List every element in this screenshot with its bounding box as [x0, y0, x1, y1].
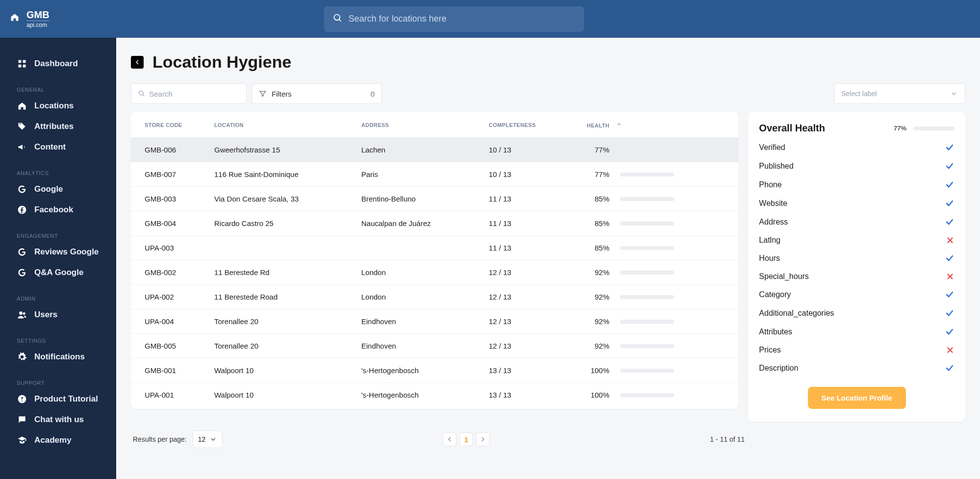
check-icon	[945, 180, 955, 190]
table-search-input[interactable]	[149, 90, 239, 98]
sidebar-item-notifications[interactable]: Notifications	[0, 347, 116, 367]
sidebar-item-label: Users	[34, 310, 57, 320]
users-icon	[17, 309, 27, 320]
cell-location: 11 Berestede Rd	[209, 260, 356, 285]
table-search[interactable]	[131, 83, 247, 104]
x-icon	[946, 236, 955, 245]
next-page-button[interactable]	[476, 432, 490, 446]
sidebar-section-label: ENGAGEMENT	[0, 233, 116, 242]
filters-button[interactable]: Filters 0	[251, 83, 382, 104]
sidebar-item-q-a-google[interactable]: Q&A Google	[0, 262, 116, 283]
cell-location: 11 Berestede Road	[209, 285, 356, 309]
sidebar-item-locations[interactable]: Locations	[0, 96, 116, 116]
sidebar-item-label: Academy	[34, 435, 72, 445]
health-item-label: Attributes	[759, 328, 792, 336]
table-row[interactable]: UPA-001 Walpoort 10 's-Hertogenbosch 13 …	[131, 383, 738, 407]
health-item: Description	[759, 363, 955, 373]
sidebar-item-reviews-google[interactable]: Reviews Google	[0, 242, 116, 262]
table-row[interactable]: GMB-003 Via Don Cesare Scala, 33 Brentin…	[131, 187, 738, 211]
health-bar	[620, 344, 674, 348]
select-label-dropdown[interactable]: Select label	[834, 83, 965, 104]
health-panel-title: Overall Health	[759, 123, 825, 134]
cell-address: London	[356, 260, 484, 285]
sidebar-item-content[interactable]: Content	[0, 137, 116, 157]
table-row[interactable]: GMB-001 Walpoort 10 's-Hertogenbosch 13 …	[131, 358, 738, 383]
cell-health: 100%	[582, 383, 738, 407]
global-search[interactable]	[324, 6, 584, 32]
results-per-page-select[interactable]: 12	[193, 430, 223, 448]
sidebar-item-dashboard[interactable]: Dashboard	[0, 53, 116, 74]
x-icon	[946, 346, 955, 354]
health-bar	[620, 320, 674, 324]
sidebar-item-academy[interactable]: Academy	[0, 430, 116, 451]
chat-icon	[17, 414, 27, 425]
table-row[interactable]: UPA-003 11 / 13 85%	[131, 236, 738, 260]
gear-icon	[17, 352, 27, 362]
global-search-input[interactable]	[349, 14, 575, 24]
table-row[interactable]: GMB-007 116 Rue Saint-Dominique Paris 10…	[131, 162, 738, 187]
check-icon	[945, 143, 955, 152]
cell-completeness: 13 / 13	[484, 383, 582, 407]
prev-page-button[interactable]	[443, 432, 456, 446]
sidebar-item-product-tutorial[interactable]: Product Tutorial	[0, 389, 116, 409]
search-icon	[138, 90, 145, 98]
sidebar-item-facebook[interactable]: Facebook	[0, 200, 116, 220]
table-row[interactable]: GMB-006 Gweerhofstrasse 15 Lachen 10 / 1…	[131, 138, 738, 162]
sidebar-item-label: Product Tutorial	[34, 394, 98, 404]
health-pct: 92%	[587, 268, 609, 277]
chevron-down-icon	[950, 90, 958, 98]
select-label-placeholder: Select label	[841, 90, 877, 98]
check-icon	[945, 290, 955, 300]
health-item-label: Verified	[759, 143, 785, 152]
health-pct: 85%	[587, 244, 609, 252]
cell-store-code: GMB-005	[131, 334, 209, 358]
table-row[interactable]: GMB-005 Torenallee 20 Eindhoven 12 / 13 …	[131, 334, 738, 358]
home-icon	[17, 101, 27, 111]
see-location-profile-button[interactable]: See Location Profile	[808, 387, 906, 409]
x-icon	[946, 272, 955, 281]
cell-address: London	[356, 285, 484, 309]
cell-store-code: GMB-007	[131, 162, 209, 187]
page-number-current[interactable]: 1	[459, 432, 473, 446]
table-row[interactable]: UPA-004 Torenallee 20 Eindhoven 12 / 13 …	[131, 309, 738, 334]
cell-address: Brentino-Belluno	[356, 187, 484, 211]
health-bar	[620, 295, 674, 299]
health-item-label: Phone	[759, 180, 781, 189]
cell-store-code: GMB-004	[131, 211, 209, 236]
sidebar-item-chat-with-us[interactable]: Chat with us	[0, 409, 116, 430]
table-row[interactable]: GMB-002 11 Berestede Rd London 12 / 13 9…	[131, 260, 738, 285]
table-row[interactable]: GMB-004 Ricardo Castro 25 Naucalpan de J…	[131, 211, 738, 236]
cell-address: Lachen	[356, 138, 484, 162]
col-location[interactable]: LOCATION	[209, 112, 356, 138]
col-store-code[interactable]: STORE CODE	[131, 112, 209, 138]
google-icon	[17, 184, 27, 195]
health-bar	[620, 222, 674, 226]
cell-completeness: 10 / 13	[484, 162, 582, 187]
facebook-icon	[17, 204, 27, 215]
tag-icon	[17, 121, 27, 132]
cell-address: Eindhoven	[356, 334, 484, 358]
sidebar-item-attributes[interactable]: Attributes	[0, 116, 116, 137]
col-completeness[interactable]: COMPLETENESS	[484, 112, 582, 138]
sidebar-section-label: GENERAL	[0, 87, 116, 96]
health-item: Address	[759, 217, 955, 227]
back-button[interactable]	[131, 56, 144, 69]
sidebar-item-users[interactable]: Users	[0, 304, 116, 325]
page-title: Location Hygiene	[152, 52, 291, 72]
sidebar-section-label: SETTINGS	[0, 338, 116, 347]
sidebar-item-google[interactable]: Google	[0, 179, 116, 200]
cell-completeness: 12 / 13	[484, 285, 582, 309]
col-address[interactable]: ADDRESS	[356, 112, 484, 138]
sidebar-item-label: Google	[34, 184, 63, 194]
health-pct: 92%	[587, 342, 609, 350]
health-item-label: Category	[759, 290, 791, 299]
cell-store-code: GMB-001	[131, 358, 209, 383]
locations-table-card: STORE CODE LOCATION ADDRESS COMPLETENESS…	[131, 112, 738, 409]
cell-health: 92%	[582, 260, 738, 285]
table-row[interactable]: UPA-002 11 Berestede Road London 12 / 13…	[131, 285, 738, 309]
cell-completeness: 12 / 13	[484, 309, 582, 334]
megaphone-icon	[17, 142, 27, 152]
col-health[interactable]: HEALTH	[582, 112, 738, 138]
logo[interactable]: GMB api.com	[10, 10, 50, 28]
cell-store-code: UPA-002	[131, 285, 209, 309]
